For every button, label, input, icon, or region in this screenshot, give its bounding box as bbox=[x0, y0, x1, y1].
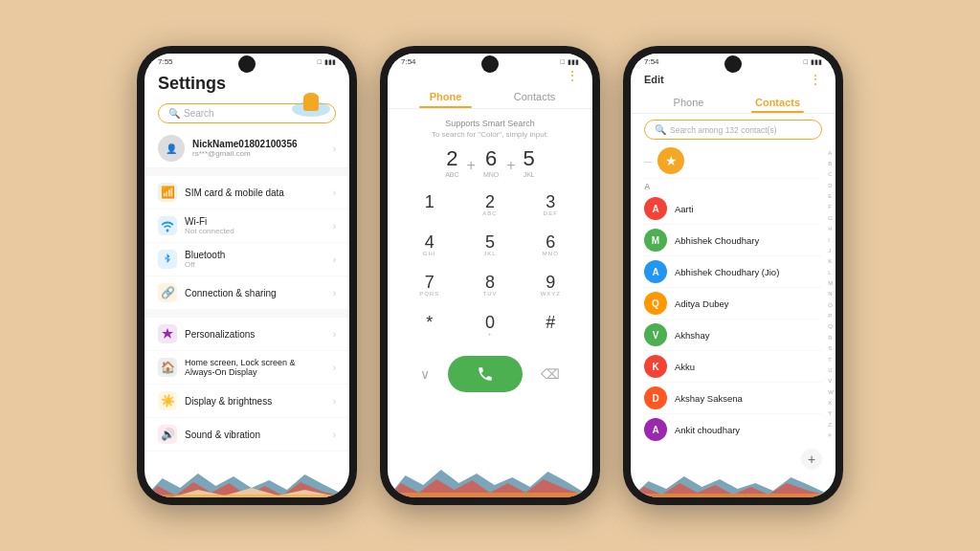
key-1[interactable]: 1 bbox=[401, 187, 457, 224]
item-text-sound: Sound & vibration bbox=[185, 430, 325, 440]
tab-phone-contacts[interactable]: Phone bbox=[644, 91, 733, 113]
status-bar-2: 7:54 □ ▮▮▮ bbox=[388, 54, 592, 66]
svg-rect-10 bbox=[388, 493, 592, 497]
item-label-sound: Sound & vibration bbox=[185, 430, 325, 440]
search-icon-contacts: 🔍 bbox=[655, 124, 666, 135]
settings-item-personal[interactable]: Personalizations › bbox=[145, 318, 349, 351]
color-digit-2: 2 ABC bbox=[445, 146, 458, 178]
settings-content: Settings 🔍 Search 👤 bbox=[145, 66, 349, 497]
contact-akhshay[interactable]: V Akhshay bbox=[644, 320, 822, 351]
dialer-content: Supports Smart Search To search for "Col… bbox=[388, 109, 592, 497]
add-contact-button[interactable]: + bbox=[801, 449, 822, 470]
wifi-icon bbox=[158, 216, 177, 235]
more-options-icon[interactable]: ⋮ bbox=[566, 68, 579, 83]
personalizations-icon bbox=[158, 324, 177, 343]
tab-contacts-contacts[interactable]: Contacts bbox=[733, 91, 822, 113]
contact-akku[interactable]: K Akku bbox=[644, 351, 822, 383]
chevron-icon: › bbox=[333, 221, 336, 231]
item-text-display: Display & brightness bbox=[185, 396, 325, 407]
chevron-icon: › bbox=[333, 430, 336, 440]
key-4[interactable]: 4GHI bbox=[401, 228, 457, 264]
contact-ankit[interactable]: A Ankit choudhary bbox=[644, 414, 822, 445]
settings-illustration bbox=[290, 88, 332, 121]
user-row[interactable]: 👤 NickName01802100356 rs***@gmail.com › bbox=[145, 129, 349, 168]
contact-abhishek1[interactable]: M Abhishek Choudhary bbox=[644, 225, 822, 256]
status-bar-3: 7:54 □ ▮▮▮ bbox=[631, 54, 835, 66]
status-icons-3: □ ▮▮▮ bbox=[804, 58, 822, 66]
key-6[interactable]: 6MNO bbox=[523, 228, 579, 264]
smart-search-label: Supports Smart Search bbox=[445, 119, 535, 128]
chevron-icon: › bbox=[333, 254, 336, 265]
item-label-sim: SIM card & mobile data bbox=[185, 187, 325, 198]
time-1: 7:55 bbox=[158, 57, 173, 66]
contact-aditya[interactable]: Q Aditya Dubey bbox=[644, 288, 822, 320]
avatar-akhshay: V bbox=[644, 323, 667, 346]
contact-abhishek2[interactable]: A Abhishek Choudhary (Jio) bbox=[644, 256, 822, 288]
time-2: 7:54 bbox=[401, 57, 416, 66]
settings-item-bluetooth[interactable]: Bluetooth Off › bbox=[145, 243, 349, 276]
key-hash[interactable]: # bbox=[523, 308, 579, 344]
avatar-ankit: A bbox=[644, 418, 667, 441]
backspace-icon[interactable]: ⌫ bbox=[541, 366, 560, 382]
svg-marker-3 bbox=[162, 328, 173, 339]
smart-search-hint: To search for "Color", simply input: bbox=[432, 130, 548, 139]
tab-phone[interactable]: Phone bbox=[401, 83, 490, 108]
tab-contacts[interactable]: Contacts bbox=[490, 83, 579, 108]
expand-icon[interactable]: ∨ bbox=[420, 366, 430, 382]
color-display: 2 ABC + 6 MNO + 5 JKL bbox=[445, 146, 535, 178]
section-a: A bbox=[644, 179, 822, 193]
chevron-icon: › bbox=[333, 329, 336, 340]
key-7[interactable]: 7PQRS bbox=[401, 268, 457, 304]
notch-3 bbox=[724, 55, 742, 73]
item-label-wifi: Wi-Fi bbox=[185, 216, 325, 227]
key-star[interactable]: * bbox=[401, 308, 457, 344]
user-email: rs***@gmail.com bbox=[192, 149, 325, 158]
color-digit-6: 6 MNO bbox=[483, 146, 499, 178]
settings-item-sim[interactable]: 📶 SIM card & mobile data › bbox=[145, 176, 349, 209]
item-label-homescreen: Home screen, Lock screen & Always-On Dis… bbox=[185, 358, 325, 377]
avatar-akku: K bbox=[644, 355, 667, 378]
settings-list: 📶 SIM card & mobile data › Wi-Fi Not con… bbox=[145, 176, 349, 469]
key-0[interactable]: 0+ bbox=[461, 308, 518, 344]
user-info: NickName01802100356 rs***@gmail.com bbox=[192, 139, 325, 158]
contact-aarti[interactable]: A Aarti bbox=[644, 193, 822, 225]
contacts-search-placeholder: Search among 132 contact(s) bbox=[670, 125, 777, 135]
name-abhishek2: Abhishek Choudhary (Jio) bbox=[675, 267, 779, 277]
status-icons-1: □ ▮▮▮ bbox=[318, 58, 336, 66]
keypad: 1 2ABC 3DEF 4GHI 5JKL 6MNO 7PQRS 8TUV 9W… bbox=[401, 187, 579, 344]
settings-item-wifi[interactable]: Wi-Fi Not connected › bbox=[145, 209, 349, 243]
key-9[interactable]: 9WXYZ bbox=[523, 268, 579, 304]
settings-item-homescreen[interactable]: 🏠 Home screen, Lock screen & Always-On D… bbox=[145, 351, 349, 385]
user-name: NickName01802100356 bbox=[192, 139, 325, 149]
key-2[interactable]: 2ABC bbox=[461, 187, 518, 224]
avatar-akshay: D bbox=[644, 386, 667, 409]
call-button[interactable] bbox=[448, 356, 523, 392]
contacts-search-bar[interactable]: 🔍 Search among 132 contact(s) bbox=[644, 120, 822, 140]
key-3[interactable]: 3DEF bbox=[523, 187, 579, 224]
settings-item-connection[interactable]: 🔗 Connection & sharing › bbox=[145, 276, 349, 310]
key-8[interactable]: 8TUV bbox=[461, 268, 518, 304]
mountain-footer-1 bbox=[145, 469, 349, 497]
avatar-aarti: A bbox=[644, 197, 667, 220]
name-abhishek1: Abhishek Choudhary bbox=[675, 235, 759, 246]
name-aarti: Aarti bbox=[675, 204, 694, 214]
item-text-connection: Connection & sharing bbox=[185, 288, 325, 298]
settings-item-sound[interactable]: 🔊 Sound & vibration › bbox=[145, 418, 349, 452]
key-5[interactable]: 5JKL bbox=[461, 228, 518, 264]
dialer-tabs: Phone Contacts bbox=[388, 83, 592, 109]
name-akshay: Akshay Saksena bbox=[675, 393, 743, 404]
name-ankit: Ankit choudhary bbox=[675, 425, 740, 435]
item-text-bluetooth: Bluetooth Off bbox=[185, 250, 325, 269]
section-gap bbox=[145, 168, 349, 176]
status-icons-2: □ ▮▮▮ bbox=[561, 58, 579, 66]
avatar-aditya: Q bbox=[644, 292, 667, 315]
chevron-icon: › bbox=[333, 143, 336, 154]
chevron-icon: › bbox=[333, 288, 336, 298]
more-icon[interactable]: ⋮ bbox=[809, 72, 822, 87]
phones-container: 7:55 □ ▮▮▮ Settings bbox=[118, 27, 862, 524]
item-text-personal: Personalizations bbox=[185, 329, 325, 340]
mountain-footer-3 bbox=[631, 474, 835, 497]
name-akku: Akku bbox=[675, 362, 695, 372]
settings-item-display[interactable]: ☀️ Display & brightness › bbox=[145, 385, 349, 418]
contact-akshay[interactable]: D Akshay Saksena bbox=[644, 383, 822, 414]
